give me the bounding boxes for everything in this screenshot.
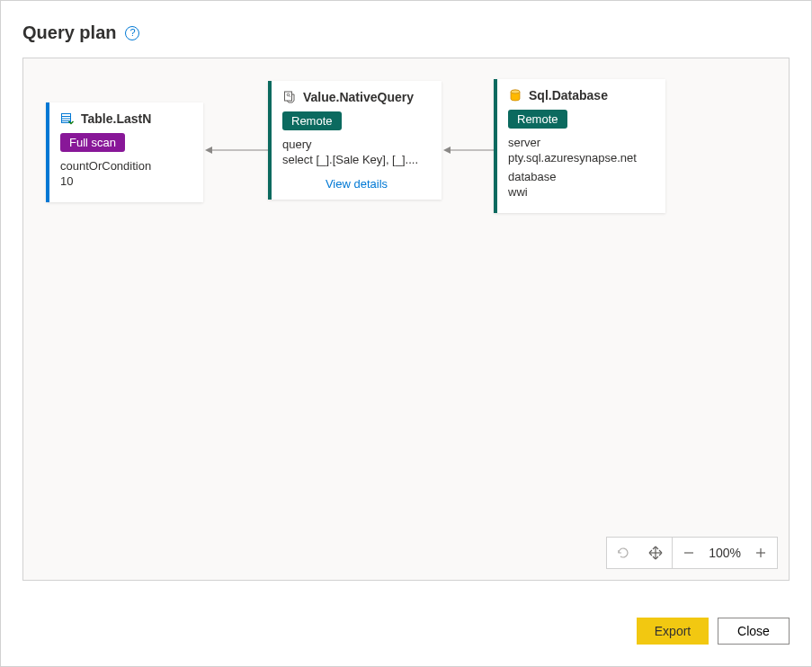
svg-point-10 [511, 90, 520, 93]
field-value: wwi [508, 185, 655, 199]
field-label: countOrCondition [60, 159, 192, 173]
table-icon [60, 111, 75, 126]
node-table-lastn[interactable]: Table.LastN Full scan countOrCondition 1… [46, 102, 203, 202]
node-value-nativequery[interactable]: Value.NativeQuery Remote query select [_… [268, 81, 442, 200]
field-label: database [508, 170, 655, 183]
node-title: Sql.Database [529, 88, 608, 102]
query-plan-dialog: Query plan ? [0, 0, 812, 667]
database-icon [508, 88, 522, 102]
badge-remote: Remote [508, 110, 567, 129]
reset-view-button[interactable] [607, 537, 639, 569]
node-title: Table.LastN [81, 111, 151, 126]
arrow [442, 145, 494, 156]
zoom-out-button[interactable] [678, 537, 700, 569]
svg-line-8 [289, 95, 290, 96]
field-label: server [508, 136, 655, 149]
badge-full-scan: Full scan [60, 133, 125, 152]
fit-to-screen-button[interactable] [639, 537, 672, 569]
badge-remote: Remote [282, 111, 342, 130]
close-button[interactable]: Close [718, 618, 790, 645]
field-value: select [_].[Sale Key], [_].... [282, 153, 431, 166]
field-label: query [282, 138, 431, 151]
plan-canvas[interactable]: Table.LastN Full scan countOrCondition 1… [22, 58, 790, 581]
node-title: Value.NativeQuery [303, 90, 414, 104]
help-icon[interactable]: ? [125, 26, 139, 40]
view-details-link[interactable]: View details [282, 172, 431, 191]
field-value: 10 [60, 174, 192, 188]
node-sql-database[interactable]: Sql.Database Remote server pty.sql.azure… [494, 79, 665, 213]
zoom-in-button[interactable] [750, 537, 772, 569]
dialog-title: Query plan [22, 22, 116, 43]
zoom-level-label: 100% [703, 546, 746, 560]
export-button[interactable]: Export [637, 618, 709, 645]
dialog-header: Query plan ? [22, 22, 790, 43]
canvas-toolbar: 100% [606, 537, 778, 569]
dialog-footer: Export Close [637, 618, 790, 645]
arrow [203, 145, 268, 156]
field-value: pty.sql.azuresynapse.net [508, 151, 655, 165]
query-icon [282, 90, 297, 104]
